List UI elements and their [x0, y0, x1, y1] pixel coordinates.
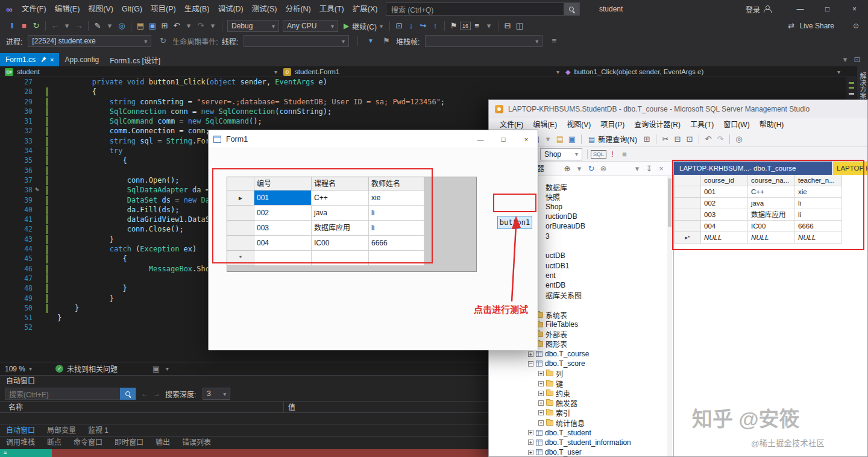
ssms-menu-item[interactable]: 窗口(W) [719, 118, 754, 131]
grid-cell[interactable]: li [369, 221, 424, 236]
minimize-button[interactable]: — [787, 0, 814, 18]
vs-menu-item[interactable]: 分析(N) [281, 0, 315, 18]
copy-icon[interactable]: ⊟ [671, 133, 684, 145]
close-button[interactable]: × [841, 0, 868, 18]
tree-item[interactable]: +列 [489, 369, 667, 379]
redo-icon[interactable]: ↷ [714, 133, 726, 145]
tree-expand-icon[interactable]: + [528, 450, 533, 455]
tree-expand-icon[interactable]: + [538, 371, 544, 376]
grid-cell[interactable]: 数据库应用 [312, 221, 369, 236]
hex-display-icon[interactable]: 16 [460, 22, 471, 30]
form-maximize-button[interactable]: □ [492, 130, 515, 148]
next-result-icon[interactable]: → [153, 389, 160, 398]
ssms-grid-row-header[interactable] [675, 221, 701, 232]
tree-item[interactable]: +dbo.T_user [489, 447, 667, 456]
grid-column-header[interactable]: 教师姓名 [369, 177, 424, 191]
panel-tab[interactable]: 即时窗口 [108, 437, 149, 449]
close-tab-icon[interactable]: × [50, 56, 54, 63]
window-layout-icon[interactable]: ◫ [514, 20, 526, 32]
connect-icon[interactable]: ⊕ [561, 163, 573, 175]
tree-item[interactable]: +键 [489, 379, 667, 388]
grid-cell[interactable] [254, 251, 312, 266]
save-all-icon[interactable]: ⊞ [159, 20, 171, 32]
panel-tab[interactable]: 命令窗口 [68, 437, 108, 449]
grid-cell[interactable]: IC00 [312, 236, 369, 251]
form-close-button[interactable]: × [515, 130, 538, 148]
grid-column-header[interactable]: 编号 [254, 177, 312, 191]
refresh-process-icon[interactable]: ↻ [157, 35, 169, 47]
sign-in-button[interactable]: 登录 [746, 4, 771, 14]
nav-forward-icon[interactable]: → [73, 20, 85, 32]
open-query-icon[interactable]: ⊞ [641, 133, 653, 145]
grid-cell[interactable]: li [369, 206, 424, 221]
chevron-down-icon[interactable]: ▾ [839, 54, 851, 66]
form-minimize-button[interactable]: — [469, 130, 492, 148]
vs-menu-item[interactable]: 文件(F) [17, 0, 51, 18]
restart-icon[interactable]: ↻ [30, 20, 42, 32]
grid-cell[interactable] [312, 251, 369, 266]
grid-cell[interactable]: 002 [254, 206, 312, 221]
platform-combo[interactable]: Any CPU▾ [283, 20, 338, 32]
threads-list-icon[interactable]: ≡ [548, 35, 560, 47]
navbar-member-dropdown[interactable]: ◆ button1_Click(object sender, EventArgs… [565, 66, 840, 77]
tree-item[interactable]: +dbo.T_student_information [489, 438, 667, 447]
step-out-icon[interactable]: ↑ [429, 20, 441, 32]
form1-titlebar[interactable]: Form1 — □ × [209, 130, 538, 148]
grid-row-header[interactable] [227, 236, 254, 251]
code-cleanup-icon[interactable]: ✎ [92, 20, 104, 32]
panel-tab[interactable]: 断点 [41, 437, 68, 449]
panel-tab[interactable]: 错误列表 [176, 437, 217, 449]
chevron-down-icon[interactable]: ▾ [207, 20, 219, 32]
panel-tab[interactable]: 自动窗口 [0, 424, 41, 437]
tree-expand-icon[interactable]: + [538, 410, 544, 415]
editor-tab[interactable]: App.config [59, 53, 104, 66]
new-query-button[interactable]: ▤新建查询(N) [585, 133, 641, 145]
ssms-grid-cell[interactable]: NULL [748, 232, 795, 244]
grid-row-header[interactable] [227, 221, 254, 236]
ssms-grid-cell[interactable]: xie [795, 186, 842, 198]
search-icon[interactable] [564, 3, 579, 15]
thread-combo[interactable]: ▾ [244, 35, 349, 47]
vs-menu-item[interactable]: 项目(P) [146, 0, 180, 18]
editor-tab[interactable]: Form1.cs× [0, 53, 59, 66]
tree-expand-icon[interactable]: + [528, 351, 533, 357]
cut-icon[interactable]: ✂ [659, 133, 671, 145]
ssms-menu-item[interactable]: 项目(P) [596, 118, 629, 131]
ssms-document-tab-2[interactable]: LAPTOP K [833, 162, 867, 175]
ssms-grid-row-header[interactable]: ▸* [675, 232, 701, 244]
nav-back-icon[interactable]: ← [49, 20, 61, 32]
vs-menu-item[interactable]: 测试(S) [248, 0, 281, 18]
tree-expand-icon[interactable]: + [538, 381, 544, 386]
stop-icon[interactable]: ⊗ [597, 163, 609, 175]
chevron-down-icon[interactable]: ▾ [573, 163, 585, 175]
ssms-grid-cell[interactable]: NULL [701, 232, 748, 244]
navigate-to-icon[interactable]: ◎ [116, 20, 128, 32]
grid-cell[interactable]: xie [369, 191, 424, 206]
ssms-grid-column-header[interactable]: course_id [701, 175, 748, 186]
continue-button[interactable]: ▶继续(C)▾ [340, 20, 386, 32]
ssms-document-tab[interactable]: LAPTOP-KRHBSUM...- dbo.T_course [674, 162, 832, 175]
grid-cell[interactable]: 003 [254, 221, 312, 236]
tree-expand-icon[interactable]: + [538, 391, 544, 396]
ssms-grid-column-header[interactable]: teacher_n... [795, 175, 842, 186]
tree-expand-icon[interactable]: + [528, 430, 533, 435]
chevron-down-icon[interactable]: ▾ [631, 163, 643, 175]
filter-icon[interactable]: ▼ [365, 35, 377, 47]
panel-tab[interactable]: 监视 1 [82, 424, 115, 437]
open-folder-icon[interactable]: ▤ [134, 20, 146, 32]
open-file-icon[interactable]: ▤ [554, 133, 566, 145]
grid-cell[interactable] [369, 251, 424, 266]
undo-icon[interactable]: ↶ [702, 133, 714, 145]
grid-cell[interactable]: C++ [312, 191, 369, 206]
break-all-icon[interactable]: ⊡ [393, 20, 405, 32]
zoom-select[interactable]: 109 %▾ [5, 365, 43, 373]
live-share-button[interactable]: Live Share [800, 22, 834, 30]
vs-menu-item[interactable]: Git(G) [118, 0, 146, 18]
pin-icon[interactable]: ↧ [643, 163, 655, 175]
ssms-menu-item[interactable]: 视图(V) [562, 118, 596, 131]
ssms-grid-cell[interactable]: 003 [701, 209, 748, 221]
navbar-type-dropdown[interactable]: C student.Form1▾ [283, 66, 559, 77]
grid-cell[interactable]: 001 [254, 191, 312, 206]
ssms-grid-column-header[interactable]: course_na... [748, 175, 795, 186]
autos-value-column[interactable]: 值 [288, 402, 295, 414]
